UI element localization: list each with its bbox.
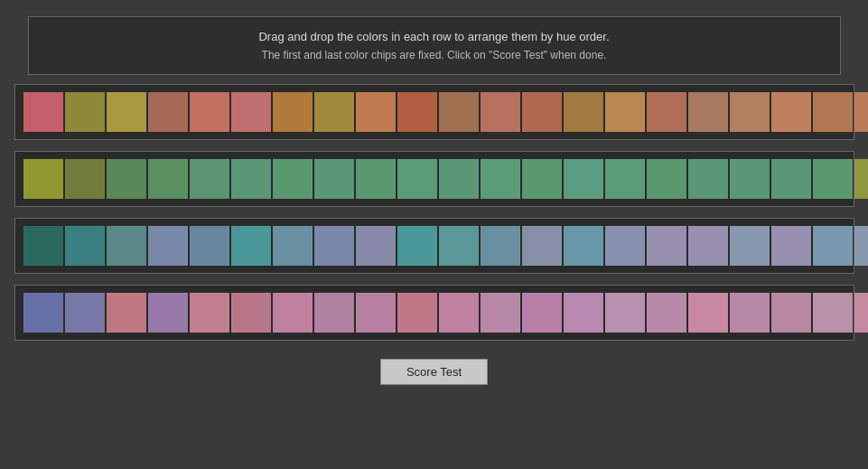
color-chip-r3-c18[interactable] <box>730 226 770 266</box>
color-chip-r2-c19[interactable] <box>771 159 811 199</box>
color-chip-r4-c10[interactable] <box>397 293 437 333</box>
color-chip-r2-c21[interactable] <box>854 159 869 199</box>
color-chip-r3-c4[interactable] <box>148 226 188 266</box>
score-test-button[interactable]: Score Test <box>380 359 488 385</box>
color-chip-r1-c8[interactable] <box>314 92 354 132</box>
color-chip-r2-c3[interactable] <box>107 159 146 199</box>
color-chip-r3-c19[interactable] <box>771 226 811 266</box>
color-chip-r3-c3[interactable] <box>107 226 146 266</box>
color-chip-r1-c3[interactable] <box>107 92 146 132</box>
color-chip-r1-c19[interactable] <box>771 92 811 132</box>
color-chip-r2-c11[interactable] <box>439 159 479 199</box>
color-chip-r1-c17[interactable] <box>688 92 728 132</box>
color-chip-r3-c5[interactable] <box>190 226 229 266</box>
color-chip-r2-c12[interactable] <box>481 159 520 199</box>
color-chip-r3-c11[interactable] <box>439 226 479 266</box>
color-chip-r3-c1 <box>23 226 63 266</box>
color-row-3 <box>14 218 854 274</box>
color-chip-r4-c18[interactable] <box>730 293 770 333</box>
color-chip-r4-c6[interactable] <box>231 293 271 333</box>
color-chip-r4-c14[interactable] <box>564 293 603 333</box>
instructions-box: Drag and drop the colors in each row to … <box>28 16 841 75</box>
color-chip-r4-c12[interactable] <box>481 293 520 333</box>
color-chip-r2-c18[interactable] <box>730 159 770 199</box>
color-chip-r4-c5[interactable] <box>190 293 229 333</box>
color-chip-r2-c13[interactable] <box>522 159 562 199</box>
color-chip-r3-c12[interactable] <box>481 226 520 266</box>
color-chip-r1-c18[interactable] <box>730 92 770 132</box>
color-chip-r2-c16[interactable] <box>647 159 686 199</box>
color-chip-r2-c17[interactable] <box>688 159 728 199</box>
color-chip-r4-c17[interactable] <box>688 293 728 333</box>
color-chip-r3-c10[interactable] <box>397 226 437 266</box>
color-chip-r4-c9[interactable] <box>356 293 396 333</box>
color-chip-r3-c17[interactable] <box>688 226 728 266</box>
color-chip-r4-c4[interactable] <box>148 293 188 333</box>
color-chip-r1-c13[interactable] <box>522 92 562 132</box>
color-chip-r4-c20[interactable] <box>813 293 853 333</box>
color-chip-r2-c2[interactable] <box>65 159 105 199</box>
color-chip-r1-c7[interactable] <box>273 92 313 132</box>
color-chip-r1-c6[interactable] <box>231 92 271 132</box>
color-chip-r3-c13[interactable] <box>522 226 562 266</box>
color-row-4 <box>14 285 854 341</box>
color-chip-r4-c13[interactable] <box>522 293 562 333</box>
color-chip-r4-c1 <box>23 293 63 333</box>
color-chip-r4-c2[interactable] <box>65 293 105 333</box>
color-chip-r2-c9[interactable] <box>356 159 396 199</box>
color-chip-r1-c9[interactable] <box>356 92 396 132</box>
color-chip-r1-c14[interactable] <box>564 92 603 132</box>
color-chip-r2-c4[interactable] <box>148 159 188 199</box>
color-chip-r1-c5[interactable] <box>190 92 229 132</box>
color-chip-r3-c16[interactable] <box>647 226 686 266</box>
color-chip-r1-c4[interactable] <box>148 92 188 132</box>
color-chip-r4-c11[interactable] <box>439 293 479 333</box>
color-chip-r2-c5[interactable] <box>190 159 229 199</box>
color-chip-r3-c7[interactable] <box>273 226 313 266</box>
color-chip-r1-c2[interactable] <box>65 92 105 132</box>
color-chip-r4-c15[interactable] <box>605 293 645 333</box>
color-chip-r1-c15[interactable] <box>605 92 645 132</box>
color-chip-r2-c1 <box>23 159 63 199</box>
color-chip-r3-c20[interactable] <box>813 226 853 266</box>
color-chip-r1-c20[interactable] <box>813 92 853 132</box>
color-chip-r3-c2[interactable] <box>65 226 105 266</box>
color-chip-r4-c21[interactable] <box>854 293 869 333</box>
color-chip-r4-c8[interactable] <box>314 293 354 333</box>
color-chip-r1-c1 <box>23 92 63 132</box>
color-chip-r2-c8[interactable] <box>314 159 354 199</box>
color-chip-r2-c15[interactable] <box>605 159 645 199</box>
color-chip-r4-c16[interactable] <box>647 293 686 333</box>
color-chip-r1-c10[interactable] <box>397 92 437 132</box>
color-row-1 <box>14 84 854 140</box>
color-chip-r1-c16[interactable] <box>647 92 686 132</box>
color-chip-r3-c14[interactable] <box>564 226 603 266</box>
color-chip-r3-c9[interactable] <box>356 226 396 266</box>
color-chip-r2-c14[interactable] <box>564 159 603 199</box>
instructions-subtitle: The first and last color chips are fixed… <box>47 49 822 61</box>
color-chip-r3-c6[interactable] <box>231 226 271 266</box>
color-chip-r3-c8[interactable] <box>314 226 354 266</box>
instructions-title: Drag and drop the colors in each row to … <box>47 30 822 43</box>
color-chip-r2-c7[interactable] <box>273 159 313 199</box>
color-chip-r3-c21[interactable] <box>854 226 869 266</box>
color-chip-r4-c19[interactable] <box>771 293 811 333</box>
color-chip-r4-c7[interactable] <box>273 293 313 333</box>
rows-wrapper <box>14 84 854 352</box>
color-row-2 <box>14 151 854 207</box>
color-chip-r1-c11[interactable] <box>439 92 479 132</box>
color-chip-r2-c20[interactable] <box>813 159 853 199</box>
color-chip-r1-c21[interactable] <box>854 92 869 132</box>
color-chip-r4-c3[interactable] <box>107 293 146 333</box>
color-chip-r2-c6[interactable] <box>231 159 271 199</box>
color-chip-r1-c12[interactable] <box>481 92 520 132</box>
color-chip-r2-c10[interactable] <box>397 159 437 199</box>
color-chip-r3-c15[interactable] <box>605 226 645 266</box>
